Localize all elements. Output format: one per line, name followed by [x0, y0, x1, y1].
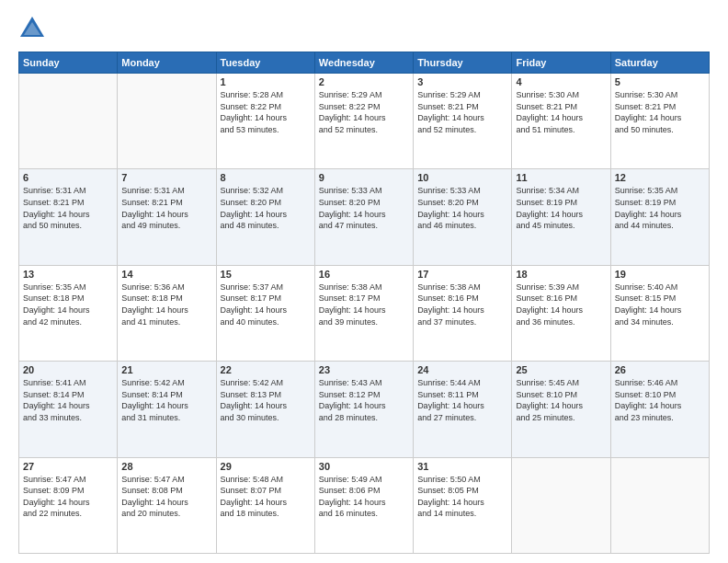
day-info: Sunrise: 5:34 AMSunset: 8:19 PMDaylight:… — [516, 185, 606, 231]
day-number: 31 — [417, 461, 507, 472]
day-number: 8 — [221, 172, 311, 183]
calendar-cell: 10Sunrise: 5:33 AMSunset: 8:20 PMDayligh… — [414, 169, 512, 265]
day-number: 30 — [319, 461, 409, 472]
day-number: 9 — [319, 172, 409, 183]
calendar-week-row: 27Sunrise: 5:47 AMSunset: 8:09 PMDayligh… — [19, 457, 710, 553]
day-info: Sunrise: 5:31 AMSunset: 8:21 PMDaylight:… — [121, 185, 211, 231]
calendar-cell: 26Sunrise: 5:46 AMSunset: 8:10 PMDayligh… — [610, 362, 709, 457]
calendar-cell: 2Sunrise: 5:29 AMSunset: 8:22 PMDaylight… — [314, 74, 413, 169]
calendar-cell: 28Sunrise: 5:47 AMSunset: 8:08 PMDayligh… — [118, 457, 216, 553]
day-info: Sunrise: 5:29 AMSunset: 8:21 PMDaylight:… — [417, 89, 507, 135]
calendar: SundayMondayTuesdayWednesdayThursdayFrid… — [18, 52, 710, 554]
day-number: 26 — [615, 364, 705, 375]
calendar-cell: 23Sunrise: 5:43 AMSunset: 8:12 PMDayligh… — [314, 362, 413, 457]
calendar-week-row: 13Sunrise: 5:35 AMSunset: 8:18 PMDayligh… — [19, 265, 710, 361]
day-number: 6 — [23, 172, 113, 183]
day-info: Sunrise: 5:38 AMSunset: 8:17 PMDaylight:… — [319, 282, 409, 327]
day-number: 29 — [221, 461, 311, 472]
day-number: 23 — [319, 364, 409, 375]
day-number: 20 — [23, 364, 113, 375]
day-info: Sunrise: 5:32 AMSunset: 8:20 PMDaylight:… — [221, 185, 311, 231]
day-info: Sunrise: 5:35 AMSunset: 8:19 PMDaylight:… — [615, 185, 705, 231]
day-number: 18 — [516, 269, 606, 280]
day-info: Sunrise: 5:31 AMSunset: 8:21 PMDaylight:… — [23, 185, 113, 231]
logo — [18, 15, 50, 42]
calendar-cell: 4Sunrise: 5:30 AMSunset: 8:21 PMDaylight… — [512, 74, 610, 169]
calendar-cell: 27Sunrise: 5:47 AMSunset: 8:09 PMDayligh… — [19, 457, 118, 553]
day-info: Sunrise: 5:45 AMSunset: 8:10 PMDaylight:… — [516, 377, 606, 423]
day-info: Sunrise: 5:50 AMSunset: 8:05 PMDaylight:… — [417, 474, 507, 520]
calendar-cell: 24Sunrise: 5:44 AMSunset: 8:11 PMDayligh… — [414, 362, 512, 457]
calendar-cell: 19Sunrise: 5:40 AMSunset: 8:15 PMDayligh… — [610, 265, 709, 361]
calendar-header-tuesday: Tuesday — [216, 52, 314, 74]
day-number: 12 — [615, 172, 705, 183]
day-info: Sunrise: 5:36 AMSunset: 8:18 PMDaylight:… — [121, 282, 211, 327]
day-number: 13 — [23, 269, 113, 280]
calendar-cell — [610, 457, 709, 553]
calendar-week-row: 6Sunrise: 5:31 AMSunset: 8:21 PMDaylight… — [19, 169, 710, 265]
day-number: 4 — [516, 76, 606, 87]
calendar-header-thursday: Thursday — [414, 52, 512, 74]
calendar-cell: 3Sunrise: 5:29 AMSunset: 8:21 PMDaylight… — [414, 74, 512, 169]
day-info: Sunrise: 5:42 AMSunset: 8:13 PMDaylight:… — [221, 377, 311, 423]
header — [18, 15, 710, 42]
day-info: Sunrise: 5:43 AMSunset: 8:12 PMDaylight:… — [319, 377, 409, 423]
day-number: 3 — [417, 76, 507, 87]
day-info: Sunrise: 5:49 AMSunset: 8:06 PMDaylight:… — [319, 474, 409, 520]
calendar-cell — [512, 457, 610, 553]
page: SundayMondayTuesdayWednesdayThursdayFrid… — [0, 0, 728, 563]
day-number: 28 — [121, 461, 211, 472]
day-info: Sunrise: 5:35 AMSunset: 8:18 PMDaylight:… — [23, 282, 113, 327]
day-info: Sunrise: 5:30 AMSunset: 8:21 PMDaylight:… — [516, 89, 606, 135]
logo-icon — [18, 15, 46, 42]
day-number: 22 — [221, 364, 311, 375]
day-info: Sunrise: 5:33 AMSunset: 8:20 PMDaylight:… — [319, 185, 409, 231]
day-info: Sunrise: 5:39 AMSunset: 8:16 PMDaylight:… — [516, 282, 606, 327]
day-info: Sunrise: 5:47 AMSunset: 8:08 PMDaylight:… — [121, 474, 211, 520]
calendar-cell: 17Sunrise: 5:38 AMSunset: 8:16 PMDayligh… — [414, 265, 512, 361]
calendar-header-wednesday: Wednesday — [314, 52, 413, 74]
day-number: 21 — [121, 364, 211, 375]
calendar-cell: 13Sunrise: 5:35 AMSunset: 8:18 PMDayligh… — [19, 265, 118, 361]
day-number: 11 — [516, 172, 606, 183]
day-info: Sunrise: 5:38 AMSunset: 8:16 PMDaylight:… — [417, 282, 507, 327]
day-info: Sunrise: 5:47 AMSunset: 8:09 PMDaylight:… — [23, 474, 113, 520]
calendar-cell: 21Sunrise: 5:42 AMSunset: 8:14 PMDayligh… — [118, 362, 216, 457]
calendar-cell: 18Sunrise: 5:39 AMSunset: 8:16 PMDayligh… — [512, 265, 610, 361]
day-info: Sunrise: 5:44 AMSunset: 8:11 PMDaylight:… — [417, 377, 507, 423]
calendar-cell: 11Sunrise: 5:34 AMSunset: 8:19 PMDayligh… — [512, 169, 610, 265]
calendar-week-row: 1Sunrise: 5:28 AMSunset: 8:22 PMDaylight… — [19, 74, 710, 169]
calendar-header-saturday: Saturday — [610, 52, 709, 74]
day-number: 7 — [121, 172, 211, 183]
calendar-cell: 1Sunrise: 5:28 AMSunset: 8:22 PMDaylight… — [216, 74, 314, 169]
day-info: Sunrise: 5:46 AMSunset: 8:10 PMDaylight:… — [615, 377, 705, 423]
day-info: Sunrise: 5:33 AMSunset: 8:20 PMDaylight:… — [417, 185, 507, 231]
calendar-header-sunday: Sunday — [19, 52, 118, 74]
calendar-header-row: SundayMondayTuesdayWednesdayThursdayFrid… — [19, 52, 710, 74]
day-info: Sunrise: 5:40 AMSunset: 8:15 PMDaylight:… — [615, 282, 705, 327]
day-number: 14 — [121, 269, 211, 280]
calendar-cell: 30Sunrise: 5:49 AMSunset: 8:06 PMDayligh… — [314, 457, 413, 553]
calendar-header-monday: Monday — [118, 52, 216, 74]
day-number: 17 — [417, 269, 507, 280]
day-number: 2 — [319, 76, 409, 87]
calendar-cell: 29Sunrise: 5:48 AMSunset: 8:07 PMDayligh… — [216, 457, 314, 553]
day-number: 16 — [319, 269, 409, 280]
day-number: 15 — [221, 269, 311, 280]
calendar-cell: 16Sunrise: 5:38 AMSunset: 8:17 PMDayligh… — [314, 265, 413, 361]
calendar-header-friday: Friday — [512, 52, 610, 74]
calendar-cell: 12Sunrise: 5:35 AMSunset: 8:19 PMDayligh… — [610, 169, 709, 265]
calendar-cell: 9Sunrise: 5:33 AMSunset: 8:20 PMDaylight… — [314, 169, 413, 265]
calendar-cell: 6Sunrise: 5:31 AMSunset: 8:21 PMDaylight… — [19, 169, 118, 265]
calendar-cell: 25Sunrise: 5:45 AMSunset: 8:10 PMDayligh… — [512, 362, 610, 457]
day-info: Sunrise: 5:28 AMSunset: 8:22 PMDaylight:… — [221, 89, 311, 135]
calendar-cell — [118, 74, 216, 169]
day-number: 27 — [23, 461, 113, 472]
day-info: Sunrise: 5:29 AMSunset: 8:22 PMDaylight:… — [319, 89, 409, 135]
calendar-cell: 7Sunrise: 5:31 AMSunset: 8:21 PMDaylight… — [118, 169, 216, 265]
day-number: 24 — [417, 364, 507, 375]
calendar-cell — [19, 74, 118, 169]
calendar-cell: 14Sunrise: 5:36 AMSunset: 8:18 PMDayligh… — [118, 265, 216, 361]
day-number: 10 — [417, 172, 507, 183]
day-number: 5 — [615, 76, 705, 87]
